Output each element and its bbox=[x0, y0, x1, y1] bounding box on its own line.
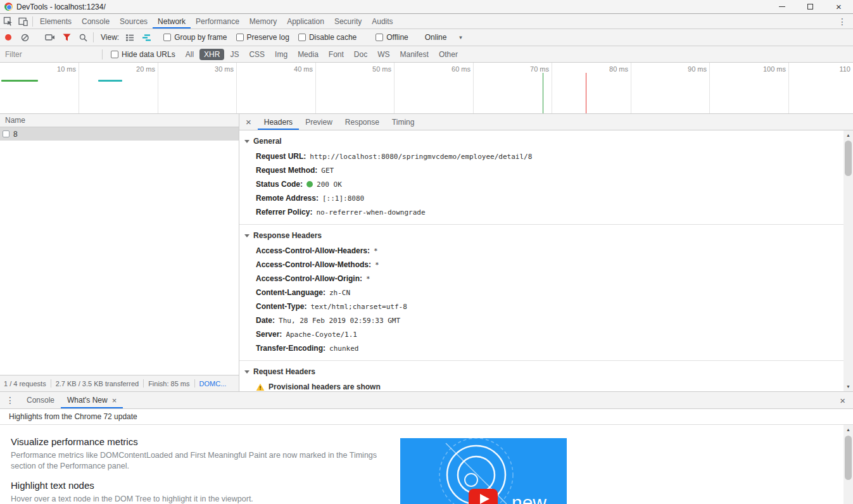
tab-network[interactable]: Network bbox=[153, 14, 191, 28]
minimize-button[interactable] bbox=[768, 0, 796, 13]
transferred-size: 2.7 KB / 3.5 KB transferred bbox=[56, 380, 139, 387]
filter-type-all[interactable]: All bbox=[181, 49, 198, 60]
finish-time: Finish: 85 ms bbox=[148, 380, 189, 387]
hide-data-urls-checkbox[interactable]: Hide data URLs bbox=[111, 50, 175, 59]
device-toolbar-button[interactable] bbox=[15, 14, 30, 28]
filter-type-manifest[interactable]: Manifest bbox=[396, 49, 433, 60]
scroll-up-button[interactable]: ▲ bbox=[844, 425, 853, 434]
pill-label: Other bbox=[439, 50, 458, 59]
checkbox-label: Preserve log bbox=[247, 33, 289, 42]
network-filter-bar: Hide data URLs All XHR JS CSS Img Media … bbox=[0, 46, 853, 63]
checkbox-label: Hide data URLs bbox=[122, 50, 175, 59]
close-detail-button[interactable]: × bbox=[239, 117, 258, 127]
request-row[interactable]: 8 bbox=[0, 127, 239, 141]
tab-timing[interactable]: Timing bbox=[386, 114, 421, 130]
maximize-button[interactable] bbox=[796, 0, 825, 13]
disable-cache-checkbox[interactable]: Disable cache bbox=[298, 33, 357, 42]
large-rows-toggle[interactable] bbox=[122, 29, 138, 46]
response-headers-section-header[interactable]: Response Headers bbox=[239, 227, 844, 244]
tab-headers[interactable]: Headers bbox=[258, 114, 299, 130]
video-thumbnail[interactable]: new bbox=[400, 438, 567, 504]
inspect-element-button[interactable] bbox=[0, 14, 15, 28]
filter-type-xhr[interactable]: XHR bbox=[199, 49, 224, 60]
tab-elements[interactable]: Elements bbox=[35, 14, 77, 28]
filter-type-font[interactable]: Font bbox=[324, 49, 348, 60]
device-toolbar-icon bbox=[18, 17, 28, 26]
filter-type-other[interactable]: Other bbox=[434, 49, 462, 60]
filter-type-doc[interactable]: Doc bbox=[350, 49, 372, 60]
kebab-icon: ⋮ bbox=[838, 16, 847, 27]
panel-tab-bar: Elements Console Sources Network Perform… bbox=[0, 14, 853, 29]
tab-sources[interactable]: Sources bbox=[115, 14, 153, 28]
header-value: http://localhost:8080/springmvcdemo/empl… bbox=[310, 153, 532, 161]
scroll-down-icon: ▼ bbox=[846, 384, 850, 389]
resource-type-icon bbox=[3, 130, 9, 137]
tab-response[interactable]: Response bbox=[339, 114, 386, 130]
drawer-tab-whats-new[interactable]: What's New × bbox=[61, 392, 123, 408]
close-drawer-button[interactable]: × bbox=[832, 396, 853, 405]
scrollbar-thumb[interactable] bbox=[845, 141, 852, 176]
tab-preview[interactable]: Preview bbox=[299, 114, 339, 130]
drawer-menu-button[interactable]: ⋮ bbox=[0, 395, 20, 405]
scroll-down-button[interactable]: ▼ bbox=[844, 382, 853, 391]
network-overview[interactable]: 10 ms 20 ms 30 ms 40 ms 50 ms 60 ms 70 m… bbox=[0, 63, 853, 114]
timeline-gridline bbox=[236, 63, 237, 113]
article-title[interactable]: Visualize performance metrics bbox=[11, 436, 381, 447]
group-by-frame-checkbox[interactable]: Group by frame bbox=[163, 33, 227, 42]
scroll-up-button[interactable]: ▲ bbox=[844, 130, 853, 140]
clear-button[interactable] bbox=[16, 29, 33, 46]
close-tab-icon[interactable]: × bbox=[112, 396, 117, 405]
scrollbar-thumb[interactable] bbox=[845, 436, 852, 480]
devtools-window: DevTools - localhost:1234/ × Elements Co… bbox=[0, 0, 853, 504]
timeline-tick: 80 ms bbox=[590, 65, 628, 73]
tab-memory[interactable]: Memory bbox=[244, 14, 282, 28]
filter-type-ws[interactable]: WS bbox=[373, 49, 394, 60]
header-row: Date: Thu, 28 Feb 2019 02:59:33 GMT bbox=[239, 313, 844, 327]
network-summary-bar: 1 / 4 requests 2.7 KB / 3.5 KB transferr… bbox=[0, 375, 239, 391]
close-button[interactable]: × bbox=[825, 0, 853, 13]
overview-toggle[interactable] bbox=[138, 29, 155, 46]
summary-separator bbox=[143, 379, 144, 387]
headers-scrollbar[interactable]: ▲ ▼ bbox=[844, 130, 853, 391]
pill-label: Img bbox=[275, 50, 287, 59]
preserve-log-checkbox[interactable]: Preserve log bbox=[236, 33, 289, 42]
filter-toggle-button[interactable] bbox=[58, 29, 75, 46]
tab-label: Sources bbox=[120, 17, 148, 26]
drawer-tab-console[interactable]: Console bbox=[20, 392, 61, 408]
devtools-menu-button[interactable]: ⋮ bbox=[831, 16, 853, 27]
record-button[interactable] bbox=[0, 29, 16, 46]
camera-icon bbox=[45, 34, 55, 41]
filter-type-css[interactable]: CSS bbox=[244, 49, 269, 60]
name-column-header[interactable]: Name bbox=[0, 114, 239, 127]
tab-console[interactable]: Console bbox=[77, 14, 115, 28]
record-icon bbox=[5, 34, 11, 41]
capture-screenshots-button[interactable] bbox=[42, 29, 58, 46]
request-headers-section-header[interactable]: Request Headers bbox=[239, 363, 844, 380]
chrome-logo-icon bbox=[4, 3, 13, 11]
header-row: Request URL: http://localhost:8080/sprin… bbox=[239, 149, 844, 163]
search-button[interactable] bbox=[75, 29, 91, 46]
drawer-scrollbar[interactable]: ▲ bbox=[844, 425, 853, 504]
tab-security[interactable]: Security bbox=[329, 14, 367, 28]
filter-type-js[interactable]: JS bbox=[225, 49, 243, 60]
tab-performance[interactable]: Performance bbox=[191, 14, 244, 28]
header-row: Access-Control-Allow-Origin: * bbox=[239, 272, 844, 286]
filter-input[interactable] bbox=[5, 50, 100, 59]
tab-label: Console bbox=[82, 17, 110, 26]
domcontentloaded-link[interactable]: DOMC... bbox=[199, 380, 227, 387]
throttling-select[interactable]: Online ▼ bbox=[425, 33, 464, 42]
offline-checkbox[interactable]: Offline bbox=[376, 33, 408, 42]
tab-application[interactable]: Application bbox=[282, 14, 329, 28]
header-value: text/html;charset=utf-8 bbox=[310, 303, 407, 311]
header-value: chunked bbox=[329, 344, 358, 353]
article-title[interactable]: Highlight text nodes bbox=[11, 480, 381, 491]
filter-type-img[interactable]: Img bbox=[270, 49, 292, 60]
tab-label: Response bbox=[345, 118, 379, 127]
filter-type-media[interactable]: Media bbox=[293, 49, 323, 60]
header-name: Request URL: bbox=[256, 152, 306, 161]
header-value: * bbox=[374, 247, 378, 255]
whats-new-content: Visualize performance metrics Performanc… bbox=[0, 425, 853, 504]
pill-label: WS bbox=[377, 50, 389, 59]
tab-audits[interactable]: Audits bbox=[367, 14, 398, 28]
general-section-header[interactable]: General bbox=[239, 133, 844, 149]
